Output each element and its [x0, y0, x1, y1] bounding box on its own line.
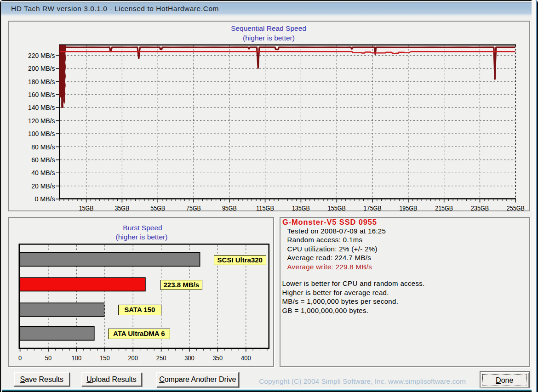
svg-text:50: 50 — [45, 354, 52, 362]
svg-text:0: 0 — [18, 354, 22, 362]
svg-text:200: 200 — [128, 354, 138, 362]
svg-text:100: 100 — [72, 354, 82, 362]
svg-text:15GB: 15GB — [79, 204, 94, 212]
svg-text:55GB: 55GB — [150, 204, 165, 212]
svg-text:135GB: 135GB — [292, 204, 310, 212]
svg-text:0 MB/s: 0 MB/s — [34, 195, 55, 203]
svg-text:75GB: 75GB — [186, 204, 201, 212]
svg-text:100 MB/s: 100 MB/s — [28, 130, 55, 137]
svg-text:400: 400 — [241, 354, 251, 362]
svg-text:255GB: 255GB — [507, 204, 525, 212]
svg-text:150: 150 — [100, 354, 110, 362]
svg-text:40 MB/s: 40 MB/s — [31, 169, 55, 176]
svg-text:80 MB/s: 80 MB/s — [31, 143, 55, 151]
svg-text:200 MB/s: 200 MB/s — [28, 64, 55, 72]
svg-text:195GB: 195GB — [399, 204, 417, 212]
svg-text:120 MB/s: 120 MB/s — [28, 117, 55, 125]
svg-text:215GB: 215GB — [435, 204, 453, 212]
svg-text:140 MB/s: 140 MB/s — [28, 103, 55, 111]
svg-text:20 MB/s: 20 MB/s — [31, 182, 55, 190]
svg-text:35GB: 35GB — [115, 204, 130, 212]
svg-text:95GB: 95GB — [222, 204, 237, 212]
svg-text:160 MB/s: 160 MB/s — [28, 91, 55, 98]
svg-text:155GB: 155GB — [328, 204, 346, 212]
svg-text:175GB: 175GB — [364, 204, 382, 212]
svg-text:220 MB/s: 220 MB/s — [28, 51, 55, 59]
svg-text:350: 350 — [213, 354, 223, 362]
svg-text:250: 250 — [156, 354, 166, 362]
svg-text:60 MB/s: 60 MB/s — [31, 156, 55, 164]
svg-text:300: 300 — [184, 354, 195, 362]
svg-text:180 MB/s: 180 MB/s — [28, 78, 55, 85]
svg-text:115GB: 115GB — [256, 204, 274, 212]
svg-text:235GB: 235GB — [471, 204, 489, 212]
